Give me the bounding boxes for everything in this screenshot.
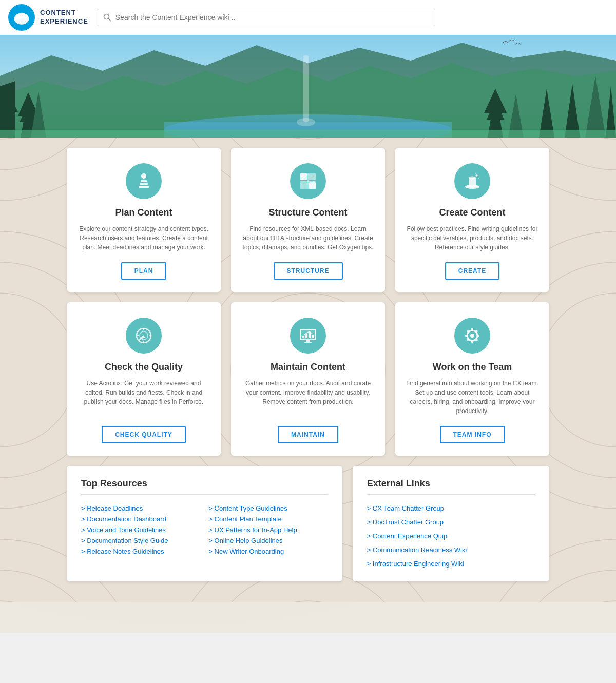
search-input[interactable]: [116, 13, 429, 22]
svg-rect-26: [303, 55, 309, 122]
top-resources-box: Top Resources > Release Deadlines > Docu…: [67, 466, 342, 581]
resources-col2: > Content Type Guidelines > Content Plan…: [208, 503, 328, 557]
svg-rect-62: [304, 342, 312, 343]
team-card-desc: Find general info about working on the C…: [406, 379, 539, 416]
resource-link-2[interactable]: > Documentation Dashboard: [81, 514, 200, 524]
create-button[interactable]: CREATE: [445, 262, 499, 280]
team-card-title: Work on the Team: [433, 362, 512, 373]
create-content-card: Create Content Follow best practices. Fi…: [395, 148, 549, 292]
svg-rect-34: [309, 173, 316, 180]
structure-content-card: Structure Content Find resources for XML…: [231, 148, 385, 292]
svg-point-43: [478, 178, 479, 179]
svg-rect-32: [139, 186, 149, 188]
external-links-list: > CX Team Chatter Group > DocTrust Chatt…: [367, 503, 535, 569]
resources-section: Top Resources > Release Deadlines > Docu…: [67, 466, 549, 581]
structure-card-title: Structure Content: [269, 207, 348, 218]
quality-icon-bg: [126, 318, 162, 354]
resource-link-9[interactable]: > Online Help Guidelines: [208, 535, 328, 546]
svg-rect-67: [465, 335, 468, 337]
svg-rect-31: [140, 183, 148, 185]
team-card: Work on the Team Find general info about…: [395, 302, 549, 456]
plan-content-card: Plan Content Explore our content strateg…: [67, 148, 221, 292]
resource-link-10[interactable]: > New Writer Onboarding: [208, 546, 328, 557]
ext-link-4[interactable]: > Communication Readiness Wiki: [367, 544, 535, 555]
ext-link-2[interactable]: > DocTrust Chatter Group: [367, 517, 535, 528]
quality-card-desc: Use Acrolinx. Get your work reviewed and…: [77, 379, 210, 416]
structure-button[interactable]: STRUCTURE: [274, 262, 343, 280]
resource-link-6[interactable]: > Content Type Guidelines: [208, 503, 328, 514]
svg-point-29: [141, 173, 146, 179]
resources-col1: > Release Deadlines > Documentation Dash…: [81, 503, 200, 557]
search-icon: [103, 13, 111, 22]
resource-link-8[interactable]: > UX Patterns for In-App Help: [208, 524, 328, 535]
maintain-button[interactable]: MAINTAIN: [278, 426, 338, 443]
svg-rect-40: [469, 178, 476, 187]
create-icon-bg: [454, 163, 490, 199]
external-links-title: External Links: [367, 478, 535, 495]
svg-point-44: [475, 173, 476, 174]
create-card-title: Create Content: [439, 207, 505, 218]
resource-link-3[interactable]: > Voice and Tone Guidelines: [81, 524, 200, 535]
create-card-desc: Follow best practices. Find writing guid…: [406, 224, 539, 252]
svg-rect-28: [0, 130, 616, 138]
hero-banner: [0, 35, 616, 138]
svg-rect-65: [471, 328, 473, 331]
quality-card-title: Check the Quality: [105, 362, 183, 373]
svg-rect-57: [302, 336, 304, 338]
svg-rect-61: [306, 340, 310, 342]
app-title: CONTENT EXPERIENCE: [40, 9, 88, 26]
svg-rect-33: [300, 173, 307, 180]
svg-rect-59: [309, 332, 311, 338]
svg-rect-30: [141, 180, 147, 182]
maintain-icon-bg: [290, 318, 326, 354]
search-bar[interactable]: [97, 9, 435, 26]
maintain-card-desc: Gather metrics on your docs. Audit and c…: [241, 379, 375, 416]
team-icon-bg: [454, 318, 490, 354]
ext-link-5[interactable]: > Infrastructure Engineering Wiki: [367, 558, 535, 569]
cards-grid-row1: Plan Content Explore our content strateg…: [67, 148, 549, 292]
main-content: Plan Content Explore our content strateg…: [0, 138, 616, 633]
svg-rect-35: [300, 182, 307, 189]
team-button[interactable]: TEAM INFO: [440, 426, 505, 443]
logo-area: CONTENT EXPERIENCE: [8, 4, 88, 31]
salesforce-logo: [8, 4, 35, 31]
resource-link-4[interactable]: > Documentation Style Guide: [81, 535, 200, 546]
header: CONTENT EXPERIENCE: [0, 0, 616, 35]
svg-rect-60: [312, 335, 314, 338]
quality-button[interactable]: CHECK QUALITY: [102, 426, 186, 443]
svg-point-64: [470, 334, 474, 338]
svg-rect-68: [477, 335, 479, 337]
plan-icon: [126, 163, 162, 199]
cards-grid-row2: Check the Quality Use Acrolinx. Get your…: [67, 302, 549, 456]
plan-button[interactable]: PLAN: [121, 262, 167, 280]
maintain-card: Maintain Content Gather metrics on your …: [231, 302, 385, 456]
maintain-card-title: Maintain Content: [271, 362, 345, 373]
structure-icon-bg: [290, 163, 326, 199]
svg-rect-36: [309, 182, 316, 189]
structure-card-desc: Find resources for XML-based docs. Learn…: [241, 224, 375, 252]
quality-card: Check the Quality Use Acrolinx. Get your…: [67, 302, 221, 456]
svg-point-41: [469, 177, 476, 179]
resource-link-1[interactable]: > Release Deadlines: [81, 503, 200, 514]
plan-card-title: Plan Content: [116, 207, 172, 218]
resources-columns: > Release Deadlines > Documentation Dash…: [81, 503, 328, 557]
svg-point-27: [297, 118, 315, 126]
svg-point-3: [19, 13, 24, 17]
ext-link-3[interactable]: > Content Experience Quip: [367, 531, 535, 541]
top-resources-title: Top Resources: [81, 478, 328, 495]
resource-link-5[interactable]: > Release Notes Guidelines: [81, 546, 200, 557]
ext-link-1[interactable]: > CX Team Chatter Group: [367, 503, 535, 514]
svg-rect-58: [305, 334, 307, 338]
svg-rect-66: [471, 340, 473, 343]
external-links-box: External Links > CX Team Chatter Group >…: [353, 466, 549, 581]
plan-card-desc: Explore our content strategy and content…: [77, 224, 210, 252]
resource-link-7[interactable]: > Content Plan Template: [208, 514, 328, 524]
svg-line-5: [108, 19, 111, 22]
